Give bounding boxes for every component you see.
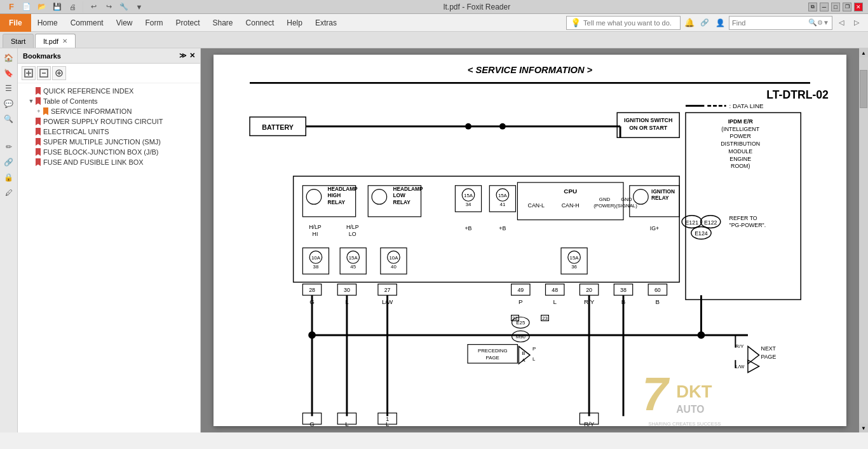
data-line-label: : DATA LINE — [729, 102, 764, 109]
menu-comment[interactable]: Comment — [64, 14, 110, 32]
fuse1-label: 15A — [464, 193, 473, 198]
user-icon[interactable]: 👤 — [714, 17, 726, 29]
sidebar-title: Bookmarks — [23, 52, 61, 60]
tools-icon[interactable]: 🔧 — [118, 1, 130, 13]
notifications-icon[interactable]: 🔔 — [683, 17, 696, 29]
nav-forward-icon[interactable]: ▷ — [850, 17, 863, 29]
conn30-label: 30 — [344, 287, 350, 293]
ipdm-label2: (INTELLIGENT — [721, 126, 759, 132]
restore-windows-icon[interactable]: ⧉ — [808, 3, 817, 11]
rail-comment-icon[interactable]: 💬 — [2, 97, 16, 111]
rail-layers-icon[interactable]: ☰ — [2, 81, 16, 95]
conn60-label: 60 — [654, 287, 661, 293]
scroll-up-arrow[interactable]: ▲ — [859, 48, 868, 57]
sidebar-close-icon[interactable]: ✕ — [189, 52, 195, 60]
right-scrollbar[interactable]: ▲ ▼ — [859, 48, 868, 432]
sidebar-btn-2[interactable] — [37, 66, 51, 80]
rail-edit-icon[interactable]: ✏ — [2, 140, 16, 154]
bookmark-smj-label: SUPER MULTIPLE JUNCTION (SMJ) — [43, 138, 161, 146]
rail-pen-icon[interactable]: 🖊 — [2, 186, 16, 200]
close-button[interactable]: ✕ — [854, 3, 863, 11]
tab-start[interactable]: Start — [3, 34, 34, 48]
sidebar-expand-icon[interactable]: ≫ — [179, 52, 187, 60]
menu-connect[interactable]: Connect — [240, 14, 281, 32]
wiring-diagram: < SERVICE INFORMATION > LT-DTRL-02 : DAT… — [214, 55, 846, 426]
refer-to-label1: REFER TO — [729, 215, 757, 221]
bookmark-smj[interactable]: SUPER MULTIPLE JUNCTION (SMJ) — [18, 137, 200, 147]
menu-home[interactable]: Home — [31, 14, 64, 32]
hp-hi-label: H/LP — [309, 224, 322, 230]
svg-point-22 — [372, 190, 387, 205]
connect-icon[interactable]: 🔗 — [698, 17, 711, 29]
tell-me-input[interactable] — [583, 19, 672, 27]
dropdown-arrow-icon[interactable]: ▼ — [133, 1, 146, 13]
battery-label: BATTERY — [262, 123, 294, 131]
rail-link-icon[interactable]: 🔗 — [2, 155, 16, 169]
bookmark-expand-icon — [28, 88, 34, 94]
bookmark-fb-expand-icon — [28, 149, 34, 155]
find-settings-icon[interactable]: ⚙▼ — [817, 19, 829, 26]
rail-lock-icon[interactable]: 🔒 — [2, 170, 16, 184]
ign-relay-label1: IGNITION — [651, 188, 675, 195]
menu-extras[interactable]: Extras — [309, 14, 343, 32]
new-icon[interactable]: 📄 — [20, 1, 33, 13]
menu-protect[interactable]: Protect — [170, 14, 207, 32]
hp-hi-label2: HI — [313, 231, 318, 237]
rail-search-icon[interactable]: 🔍 — [2, 112, 16, 126]
find-input[interactable] — [732, 19, 808, 27]
menubar-right: 💡 🔔 🔗 👤 🔍 ⚙▼ ◁ ▷ — [566, 16, 868, 30]
find-box[interactable]: 🔍 ⚙▼ — [729, 16, 832, 30]
rail-bookmark-icon[interactable]: 🔖 — [2, 66, 16, 80]
nav-back-icon[interactable]: ◁ — [835, 17, 848, 29]
save-icon[interactable]: 💾 — [51, 1, 64, 13]
find-search-icon[interactable]: 🔍 — [808, 18, 817, 27]
scroll-thumb[interactable] — [860, 70, 867, 108]
redo-icon[interactable]: ↪ — [102, 1, 115, 13]
scroll-down-arrow[interactable]: ▼ — [859, 424, 868, 432]
svg-point-20 — [306, 190, 322, 205]
restore-button[interactable]: ❐ — [843, 3, 851, 11]
pdf-area[interactable]: < SERVICE INFORMATION > LT-DTRL-02 : DAT… — [201, 48, 859, 432]
ign-relay-label2: RELAY — [651, 195, 669, 201]
menu-view[interactable]: View — [110, 14, 139, 32]
maximize-button[interactable]: □ — [831, 3, 840, 11]
tab-pdf-label: lt.pdf — [43, 38, 58, 45]
minimize-button[interactable]: ─ — [820, 3, 829, 11]
bookmark-fusible[interactable]: FUSE AND FUSIBLE LINK BOX — [18, 157, 200, 167]
conn1-label: 1 — [386, 416, 389, 422]
bookmark-toc-icon — [36, 97, 41, 105]
fuse4-num: 45 — [350, 264, 356, 270]
bookmark-quick-ref[interactable]: QUICK REFERENCE INDEX — [18, 86, 200, 96]
bookmark-service-info[interactable]: + SERVICE INFORMATION — [18, 106, 200, 116]
tab-pdf[interactable]: lt.pdf ✕ — [35, 34, 76, 48]
ig-plus-label: IG+ — [650, 225, 659, 231]
service-header-text: < SERVICE INFORMATION > — [468, 65, 593, 75]
undo-icon[interactable]: ↩ — [87, 1, 100, 13]
print-icon[interactable]: 🖨 — [66, 1, 79, 13]
lw-next-label: L/W — [735, 364, 745, 370]
hp-lo-label: H/LP — [346, 224, 359, 230]
scroll-track[interactable] — [859, 57, 868, 424]
open-icon[interactable]: 📂 — [36, 1, 48, 13]
gnd-signal-label2: (SIGNAL) — [616, 203, 637, 209]
tell-me-box[interactable]: 💡 — [566, 16, 681, 30]
bookmark-fuse-block[interactable]: FUSE BLOCK-JUNCTION BOX (J/B) — [18, 147, 200, 157]
bookmark-ps-icon — [36, 118, 41, 125]
rail-home-icon[interactable]: 🏠 — [2, 51, 16, 65]
bookmark-toc[interactable]: ▼ Table of Contents — [18, 96, 200, 106]
gnd-signal-label: GND — [621, 197, 632, 202]
tab-close-icon[interactable]: ✕ — [62, 38, 67, 45]
fuse5-label: 10A — [389, 255, 398, 261]
bookmark-power-supply[interactable]: POWER SUPPLY ROUTING CIRCUIT — [18, 116, 200, 127]
sidebar-btn-1[interactable] — [22, 66, 36, 80]
sidebar-controls: ≫ ✕ — [179, 52, 195, 60]
bookmark-electrical[interactable]: ELECTRICAL UNITS — [18, 127, 200, 137]
menu-share[interactable]: Share — [207, 14, 240, 32]
menu-file[interactable]: File — [0, 14, 31, 32]
window-title: lt.pdf - Foxit Reader — [146, 3, 808, 11]
menu-form[interactable]: Form — [139, 14, 170, 32]
menu-help[interactable]: Help — [280, 14, 309, 32]
sidebar-btn-3[interactable] — [52, 66, 66, 80]
titlebar: F 📄 📂 💾 🖨 ↩ ↪ 🔧 ▼ lt.pdf - Foxit Reader … — [0, 0, 868, 14]
bookmark-toc-label: Table of Contents — [43, 97, 98, 105]
